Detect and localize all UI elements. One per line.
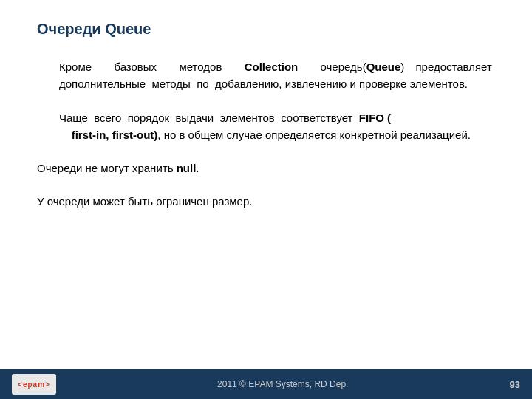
footer-copyright: 2011 © EPAM Systems, RD Dep.	[56, 379, 510, 389]
slide-content: Очереди Queue Кроме базовых методов Coll…	[0, 0, 532, 369]
paragraph-3: Очереди не могут хранить null.	[37, 160, 495, 177]
epam-logo: <epam>	[12, 374, 56, 395]
paragraph-1: Кроме базовых методов Collection очередь…	[37, 58, 495, 93]
footer-page-number: 93	[510, 379, 520, 390]
bold-collection: Collection	[245, 61, 299, 73]
logo-text: <epam>	[18, 381, 50, 389]
bold-fifo: FIFO ( first-in, first-out)	[59, 112, 391, 141]
paragraph-2: Чаще всего порядок выдачи элементов соот…	[37, 109, 495, 144]
slide: Очереди Queue Кроме базовых методов Coll…	[0, 0, 532, 399]
paragraph-4: У очереди может быть ограничен размер.	[37, 193, 495, 210]
bold-null: null	[177, 162, 197, 174]
slide-title: Очереди Queue	[37, 21, 495, 38]
footer: <epam> 2011 © EPAM Systems, RD Dep. 93	[0, 369, 532, 399]
bold-queue: Queue	[366, 61, 401, 73]
